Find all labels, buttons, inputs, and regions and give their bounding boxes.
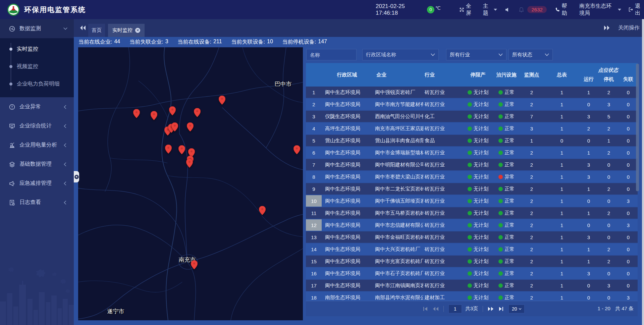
table-row[interactable]: 10阆中生态环境局阆中千佛镇五郎垭页岩砖瓦行业无计划正常21003 [306,195,638,207]
facility-text: 正常 [504,89,515,96]
first-page-button[interactable] [423,307,428,311]
table-scrollbar[interactable] [636,64,639,191]
map-pin[interactable] [259,206,266,216]
cell-monitors: 3 [518,123,545,134]
sidebar-collapse-handle[interactable] [74,171,79,182]
cell-stopped: 3 [599,280,619,291]
table-row[interactable]: 1阆中生态环境局阆中强锐页岩砖厂砖瓦行业无计划正常21120 [306,87,638,98]
page-size-select[interactable]: 20 [508,305,525,313]
table-row[interactable]: 18南部生态环境局南部县鸿华水泥有限公建材加工无计划正常21003 [306,292,638,301]
table-row[interactable]: 6阆中生态环境局阆中市金博瑞新型墙材砖瓦行业无计划正常21120 [306,147,638,158]
facility-text: 正常 [504,138,515,144]
industry-filter-dropdown[interactable]: 所有行业 [446,49,506,60]
table-row[interactable]: 17阆中生态环境局阆中市江南镇阆南页岩砖瓦行业无计划正常21030 [306,280,638,291]
map-pin[interactable] [178,145,185,156]
map-pin[interactable] [191,260,198,271]
region-filter-dropdown[interactable]: 行政区域名称 [362,49,439,60]
cell-running: 0 [579,135,599,146]
sidebar-item-视频监控[interactable]: 视频监控 [0,58,74,75]
name-filter[interactable] [306,49,357,60]
close-operations-button[interactable]: 关闭操作 [618,19,640,37]
chevron-left-icon [63,124,68,128]
table-row[interactable]: 9阆中生态环境局阆中市二龙长宝页岩砖砖瓦行业无计划正常21120 [306,183,638,195]
cell-offline: 0 [619,268,638,279]
sidebar-group-4[interactable]: 基础数据管理 [0,155,74,174]
map-pin[interactable] [293,145,300,156]
table-row[interactable]: 15阆中生态环境局阆中市光富页岩机砖厂砖瓦行业无计划正常21120 [306,256,638,267]
map-pin[interactable] [151,111,157,121]
table-row[interactable]: 14阆中生态环境局阆中大兴页岩机砖厂砖瓦行业无计划正常21120 [306,243,638,255]
cell-index: 15 [306,256,322,267]
col-meters: 总表 [545,63,579,87]
cell-offline: 0 [619,87,638,98]
page-number-input[interactable] [448,305,462,313]
table-row[interactable]: 16阆中生态环境局阆中市石子页岩机砖厂砖瓦行业无计划正常21300 [306,268,638,279]
cell-offline: 0 [619,256,638,267]
last-page-button[interactable] [498,307,504,311]
cell-region: 阆中生态环境局 [322,147,372,158]
tab-首页[interactable]: 首页 [88,24,105,37]
map-pin-icon [165,145,172,154]
sidebar-group-5[interactable]: 应急减排管理 [0,174,74,193]
tab-实时监控[interactable]: 实时监控✕ [108,24,145,37]
sidebar-group-6[interactable]: 日志查看 [0,193,74,212]
sidebar-group-3[interactable]: 企业用电量分析 [0,136,74,155]
cell-facility: 正常 [495,183,518,195]
org-dropdown[interactable]: 南充市生态环境局 [579,3,621,17]
map-pin[interactable] [219,96,225,106]
fullscreen-button[interactable]: 全屏 [460,3,475,17]
name-filter-input[interactable] [310,52,353,58]
sidebar-group-0[interactable]: 数据监测 [0,19,74,38]
cell-enterprise: 阆中千佛镇五郎垭页岩 [372,195,423,207]
table-row[interactable]: 7阆中生态环境局阆中明阳建材有限公司砖瓦行业无计划正常21300 [306,159,638,170]
map-pin[interactable] [171,122,178,133]
table-row[interactable]: 4高坪生态环境局南充市高坪区王家店建砖瓦行业无计划正常31220 [306,123,638,134]
mute-button[interactable] [505,7,510,12]
cell-index: 10 [306,195,322,207]
cell-monitors: 2 [518,171,545,182]
status-dot-icon [498,271,503,276]
map-pin[interactable] [186,159,193,169]
table-row[interactable]: 13阆中生态环境局阆中市金福旺页岩机砖砖瓦行业无计划正常21300 [306,231,638,243]
sidebar-item-实时监控[interactable]: 实时监控 [0,40,74,58]
table-row[interactable]: 2阆中生态环境局阆中市南方节能建材有砖瓦行业无计划正常21030 [306,99,638,110]
cell-facility: 正常 [495,243,518,255]
notifications[interactable]: 2632 [519,6,546,13]
table-row[interactable]: 3仪陇生态环境局西南油气田分公司川中化工无计划正常71350 [306,111,638,122]
stop-limit-text: 无计划 [474,89,489,96]
cell-monitors: 2 [518,268,545,279]
map-pin[interactable] [133,109,140,119]
table-row[interactable]: 8阆中生态环境局阆中市枣碧大梁山页岩砖瓦行业无计划异常21300 [306,171,638,182]
help-button[interactable]: 帮助 [555,3,571,17]
tabs-scroll-left-icon[interactable] [79,24,87,32]
theme-dropdown[interactable]: 主题 [483,3,497,17]
prev-page-button[interactable] [433,307,439,311]
stat-value: 44 [114,39,120,46]
cell-index: 9 [306,183,322,195]
table-row[interactable]: 12阆中生态环境局阆中市忠信建材有限公砖瓦行业无计划正常21003 [306,219,638,231]
sidebar-item-企业电力负荷明细[interactable]: 企业电力负荷明细 [0,75,74,93]
map-panel[interactable]: 巴中市南充市遂宁市 [78,47,303,320]
logout-button[interactable]: 退出 [629,3,644,17]
top-header: 环保用电监管系统 2021-02-25 17:46:18 0 ℃ 全屏 主题 [0,0,644,19]
cell-offline: 0 [619,171,638,182]
page-scrollbar[interactable] [642,19,644,325]
status-dot-icon [498,295,503,300]
cell-offline: 0 [619,147,638,158]
map-pin[interactable] [194,108,201,118]
map-pin[interactable] [165,145,172,155]
tab-close-icon[interactable]: ✕ [135,28,140,33]
status-dot-icon [498,163,503,167]
status-filter-dropdown[interactable]: 所有状态 [508,49,553,60]
next-page-button[interactable] [488,307,494,311]
table-row[interactable]: 11阆中生态环境局阆中市五马桥页岩机砖砖瓦行业无计划正常21120 [306,207,638,219]
table-row[interactable]: 5营山生态环境局营山县润丰肉食品有限食品无计划正常10010 [306,135,638,146]
map-pin[interactable] [169,106,176,117]
cell-monitors: 2 [518,243,545,255]
tabs-scroll-right-icon[interactable] [603,24,610,32]
sidebar-group-1[interactable]: 企业异常 [0,97,74,116]
sidebar-group-2[interactable]: 企业综合统计 [0,116,74,136]
cell-offline: 3 [619,195,638,207]
stop-limit-text: 无计划 [474,186,489,192]
map-pin[interactable] [187,122,194,133]
